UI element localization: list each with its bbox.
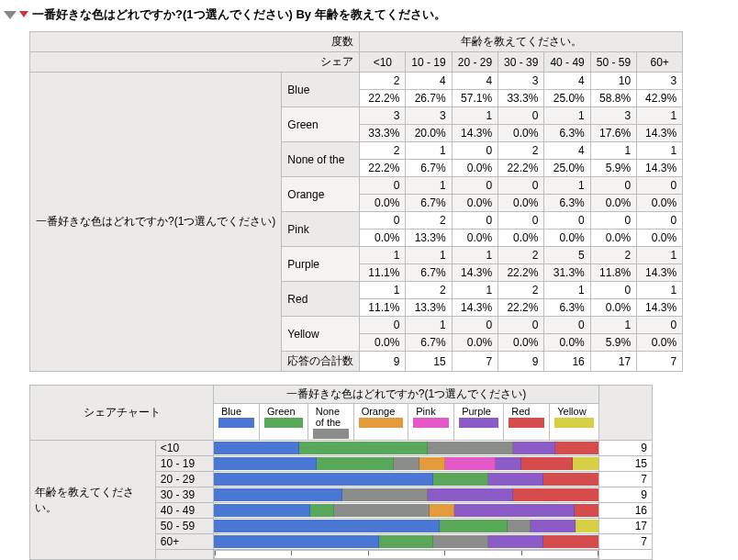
legend-item: Yellow bbox=[550, 404, 599, 441]
total-label: 応答の合計数 bbox=[282, 352, 360, 372]
stacked-bar bbox=[214, 534, 599, 550]
age-row-label: <10 bbox=[155, 441, 213, 456]
bar-segment bbox=[342, 488, 428, 501]
cell-pct: 11.1% bbox=[360, 264, 406, 282]
cell-count: 0 bbox=[498, 177, 544, 195]
bar-segment bbox=[575, 504, 598, 517]
col-age: <10 bbox=[360, 52, 406, 73]
cell-count: 1 bbox=[360, 247, 406, 264]
cell-count: 3 bbox=[498, 73, 544, 90]
bar-segment bbox=[573, 457, 598, 470]
col-age: 20 - 29 bbox=[452, 52, 498, 73]
cell-pct: 6.3% bbox=[544, 195, 590, 212]
cell-count: 0 bbox=[452, 177, 498, 195]
bar-segment bbox=[433, 535, 488, 548]
cell-count: 0 bbox=[637, 177, 683, 195]
cell-count: 3 bbox=[637, 73, 683, 90]
cell-count: 1 bbox=[360, 282, 406, 299]
cell-count: 1 bbox=[637, 142, 683, 160]
cell-count: 4 bbox=[544, 73, 590, 90]
cell-pct: 0.0% bbox=[360, 334, 406, 352]
hotspot-triangle-icon[interactable] bbox=[19, 11, 28, 17]
cell-total: 9 bbox=[360, 352, 406, 372]
cell-pct: 5.9% bbox=[590, 160, 636, 177]
bar-segment bbox=[508, 520, 531, 532]
legend-item: Green bbox=[259, 404, 308, 441]
color-row-label: Blue bbox=[282, 73, 360, 107]
cell-count: 3 bbox=[590, 107, 636, 125]
bar-segment bbox=[394, 457, 419, 470]
cell-pct: 0.0% bbox=[452, 195, 498, 212]
cell-count: 1 bbox=[406, 317, 452, 334]
bar-segment bbox=[214, 504, 310, 517]
cell-count: 0 bbox=[637, 212, 683, 230]
cell-pct: 6.7% bbox=[406, 195, 452, 212]
bar-segment bbox=[521, 457, 573, 470]
hdr-count: 度数 bbox=[30, 32, 360, 52]
crosstab: 度数年齢を教えてください。シェア<1010 - 1920 - 2930 - 39… bbox=[29, 31, 683, 372]
age-group-label: 年齢を教えてください。 bbox=[30, 441, 156, 560]
legend-item: Purple bbox=[454, 404, 504, 441]
bar-segment bbox=[488, 473, 543, 486]
col-age: 30 - 39 bbox=[498, 52, 544, 73]
cell-pct: 57.1% bbox=[452, 90, 498, 107]
section-header[interactable]: 一番好きな色はどれですか?(1つ選んでください) By 年齢を教えてください。 bbox=[4, 4, 734, 26]
cell-pct: 6.3% bbox=[544, 125, 590, 142]
row-total: 15 bbox=[599, 456, 653, 472]
bar-segment bbox=[334, 504, 430, 517]
age-row-label: 20 - 29 bbox=[155, 472, 213, 487]
col-age: 40 - 49 bbox=[544, 52, 590, 73]
cell-count: 0 bbox=[360, 177, 406, 195]
cell-pct: 25.0% bbox=[544, 90, 590, 107]
cell-count: 0 bbox=[452, 317, 498, 334]
cell-count: 0 bbox=[544, 212, 590, 230]
cell-count: 0 bbox=[360, 212, 406, 230]
cell-total: 7 bbox=[637, 352, 683, 372]
bar-segment bbox=[317, 457, 394, 470]
bar-segment bbox=[214, 488, 342, 501]
question-label: 一番好きな色はどれですか?(1つ選んでください) bbox=[214, 386, 599, 404]
bar-segment bbox=[543, 473, 598, 486]
cell-count: 2 bbox=[360, 142, 406, 160]
share-chart: シェアチャート一番好きな色はどれですか?(1つ選んでください)BlueGreen… bbox=[29, 385, 653, 560]
sharechart-label: シェアチャート bbox=[30, 386, 214, 441]
cell-pct: 22.2% bbox=[498, 160, 544, 177]
bar-segment bbox=[214, 520, 440, 532]
disclosure-triangle-icon[interactable] bbox=[4, 11, 17, 19]
bar-segment bbox=[433, 473, 488, 486]
legend-item: Orange bbox=[353, 404, 408, 441]
cell-count: 1 bbox=[452, 282, 498, 299]
cell-count: 1 bbox=[544, 177, 590, 195]
cell-pct: 6.7% bbox=[406, 334, 452, 352]
section-title: 一番好きな色はどれですか?(1つ選んでください) By 年齢を教えてください。 bbox=[32, 6, 446, 23]
cell-pct: 0.0% bbox=[637, 195, 683, 212]
color-row-label: Yellow bbox=[282, 317, 360, 352]
cell-pct: 5.9% bbox=[590, 334, 636, 352]
bar-segment bbox=[214, 457, 317, 470]
cell-count: 0 bbox=[452, 142, 498, 160]
cell-pct: 14.3% bbox=[637, 160, 683, 177]
cell-pct: 25.0% bbox=[544, 160, 590, 177]
hdr-share: シェア bbox=[30, 52, 360, 73]
cell-pct: 0.0% bbox=[498, 230, 544, 247]
cell-pct: 0.0% bbox=[590, 230, 636, 247]
bar-segment bbox=[513, 488, 598, 501]
bar-segment bbox=[430, 504, 453, 517]
bar-segment bbox=[543, 535, 598, 548]
cell-count: 1 bbox=[637, 247, 683, 264]
axis bbox=[214, 550, 598, 559]
cell-pct: 33.3% bbox=[498, 90, 544, 107]
cell-pct: 0.0% bbox=[637, 334, 683, 352]
cell-count: 0 bbox=[590, 177, 636, 195]
cell-count: 1 bbox=[590, 142, 636, 160]
cell-pct: 58.8% bbox=[590, 90, 636, 107]
age-row-label: 10 - 19 bbox=[155, 456, 213, 472]
cell-count: 1 bbox=[452, 107, 498, 125]
bar-segment bbox=[379, 535, 434, 548]
cell-pct: 0.0% bbox=[452, 230, 498, 247]
cell-count: 1 bbox=[406, 142, 452, 160]
cell-count: 0 bbox=[452, 212, 498, 230]
cell-count: 3 bbox=[360, 107, 406, 125]
cell-pct: 0.0% bbox=[544, 334, 590, 352]
cell-pct: 14.3% bbox=[452, 125, 498, 142]
